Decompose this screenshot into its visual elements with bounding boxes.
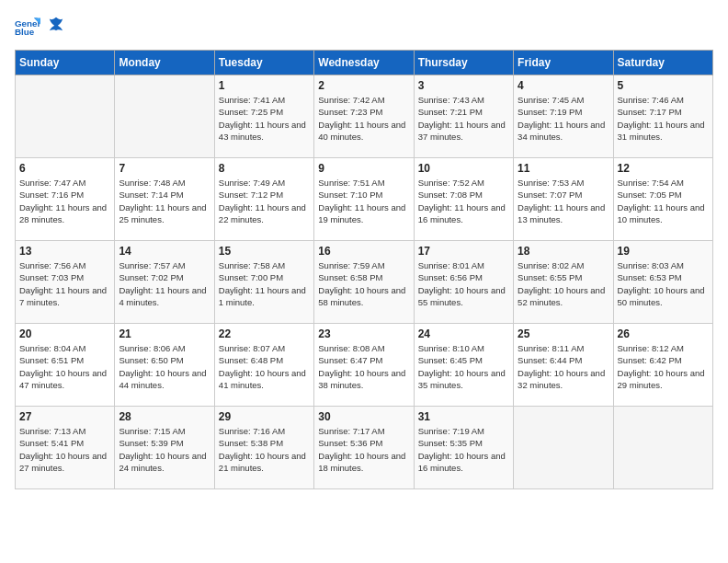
calendar-cell: 24Sunrise: 8:10 AMSunset: 6:45 PMDayligh… <box>414 324 513 407</box>
sunrise-text: Sunrise: 7:19 AM <box>418 425 509 437</box>
day-number: 14 <box>119 245 210 258</box>
day-number: 3 <box>418 79 509 92</box>
calendar-cell: 19Sunrise: 8:03 AMSunset: 6:53 PMDayligh… <box>613 241 712 324</box>
day-detail: Sunrise: 8:10 AMSunset: 6:45 PMDaylight:… <box>418 342 509 391</box>
calendar-cell: 4Sunrise: 7:45 AMSunset: 7:19 PMDaylight… <box>514 75 613 158</box>
calendar-cell: 1Sunrise: 7:41 AMSunset: 7:25 PMDaylight… <box>214 75 313 158</box>
day-detail: Sunrise: 7:53 AMSunset: 7:07 PMDaylight:… <box>518 177 609 225</box>
sunrise-text: Sunrise: 7:41 AM <box>219 94 310 106</box>
calendar-cell: 25Sunrise: 8:11 AMSunset: 6:44 PMDayligh… <box>514 324 613 407</box>
day-detail: Sunrise: 8:02 AMSunset: 6:55 PMDaylight:… <box>518 259 609 308</box>
calendar-cell: 23Sunrise: 8:08 AMSunset: 6:47 PMDayligh… <box>314 324 414 407</box>
sunset-text: Sunset: 6:55 PM <box>518 271 609 283</box>
day-detail: Sunrise: 8:12 AMSunset: 6:42 PMDaylight:… <box>618 342 709 391</box>
calendar-cell: 22Sunrise: 8:07 AMSunset: 6:48 PMDayligh… <box>214 324 313 407</box>
sunset-text: Sunset: 7:17 PM <box>618 106 709 118</box>
daylight-text: Daylight: 11 hours and 43 minutes. <box>219 119 310 144</box>
daylight-text: Daylight: 10 hours and 18 minutes. <box>318 450 409 475</box>
daylight-text: Daylight: 11 hours and 25 minutes. <box>119 201 210 226</box>
sunrise-text: Sunrise: 7:56 AM <box>19 259 110 271</box>
calendar-cell: 16Sunrise: 7:59 AMSunset: 6:58 PMDayligh… <box>314 241 414 324</box>
daylight-text: Daylight: 11 hours and 28 minutes. <box>19 201 110 226</box>
daylight-text: Daylight: 11 hours and 40 minutes. <box>318 119 409 144</box>
day-detail: Sunrise: 7:54 AMSunset: 7:05 PMDaylight:… <box>618 177 709 225</box>
page-header: General Blue <box>15 15 713 40</box>
calendar-cell: 31Sunrise: 7:19 AMSunset: 5:35 PMDayligh… <box>414 407 513 489</box>
daylight-text: Daylight: 10 hours and 50 minutes. <box>618 284 709 309</box>
sunset-text: Sunset: 5:36 PM <box>318 437 409 449</box>
sunset-text: Sunset: 5:39 PM <box>119 437 210 449</box>
day-detail: Sunrise: 7:52 AMSunset: 7:08 PMDaylight:… <box>418 177 509 225</box>
day-number: 11 <box>518 162 609 175</box>
daylight-text: Daylight: 11 hours and 4 minutes. <box>119 284 210 309</box>
day-number: 2 <box>318 79 409 92</box>
sunrise-text: Sunrise: 7:47 AM <box>19 177 110 189</box>
day-detail: Sunrise: 7:49 AMSunset: 7:12 PMDaylight:… <box>219 177 310 225</box>
sunrise-text: Sunrise: 7:43 AM <box>418 94 509 106</box>
daylight-text: Daylight: 11 hours and 31 minutes. <box>618 119 709 144</box>
daylight-text: Daylight: 10 hours and 29 minutes. <box>618 367 709 392</box>
sunset-text: Sunset: 6:58 PM <box>318 271 409 283</box>
calendar-cell: 17Sunrise: 8:01 AMSunset: 6:56 PMDayligh… <box>414 241 513 324</box>
sunrise-text: Sunrise: 8:11 AM <box>518 342 609 354</box>
calendar-cell: 21Sunrise: 8:06 AMSunset: 6:50 PMDayligh… <box>115 324 214 407</box>
daylight-text: Daylight: 10 hours and 27 minutes. <box>19 450 110 475</box>
calendar-cell: 28Sunrise: 7:15 AMSunset: 5:39 PMDayligh… <box>115 407 214 489</box>
day-number: 30 <box>318 410 409 423</box>
day-number: 31 <box>418 410 509 423</box>
calendar-cell: 7Sunrise: 7:48 AMSunset: 7:14 PMDaylight… <box>115 158 214 241</box>
day-detail: Sunrise: 7:43 AMSunset: 7:21 PMDaylight:… <box>418 94 509 143</box>
daylight-text: Daylight: 11 hours and 37 minutes. <box>418 119 509 144</box>
daylight-text: Daylight: 10 hours and 38 minutes. <box>318 367 409 392</box>
day-detail: Sunrise: 7:17 AMSunset: 5:36 PMDaylight:… <box>318 425 409 474</box>
sunrise-text: Sunrise: 8:07 AM <box>219 342 310 354</box>
calendar-week-row: 1Sunrise: 7:41 AMSunset: 7:25 PMDaylight… <box>16 75 713 158</box>
daylight-text: Daylight: 10 hours and 55 minutes. <box>418 284 509 309</box>
sunrise-text: Sunrise: 7:54 AM <box>618 177 709 189</box>
day-number: 25 <box>518 327 609 340</box>
sunset-text: Sunset: 6:47 PM <box>318 354 409 366</box>
calendar-body: 1Sunrise: 7:41 AMSunset: 7:25 PMDaylight… <box>16 75 713 489</box>
sunrise-text: Sunrise: 7:58 AM <box>219 259 310 271</box>
sunrise-text: Sunrise: 7:57 AM <box>119 259 210 271</box>
daylight-text: Daylight: 11 hours and 13 minutes. <box>518 201 609 226</box>
calendar-cell: 20Sunrise: 8:04 AMSunset: 6:51 PMDayligh… <box>16 324 115 407</box>
day-number: 6 <box>19 162 110 175</box>
day-number: 23 <box>318 327 409 340</box>
sunrise-text: Sunrise: 7:49 AM <box>219 177 310 189</box>
day-number: 1 <box>219 79 310 92</box>
sunset-text: Sunset: 7:16 PM <box>19 189 110 201</box>
day-detail: Sunrise: 7:19 AMSunset: 5:35 PMDaylight:… <box>418 425 509 474</box>
svg-text:Blue: Blue <box>15 27 35 37</box>
sunrise-text: Sunrise: 7:51 AM <box>318 177 409 189</box>
day-detail: Sunrise: 7:13 AMSunset: 5:41 PMDaylight:… <box>19 425 110 474</box>
calendar-cell <box>115 75 214 158</box>
day-detail: Sunrise: 8:06 AMSunset: 6:50 PMDaylight:… <box>119 342 210 391</box>
calendar-cell: 8Sunrise: 7:49 AMSunset: 7:12 PMDaylight… <box>214 158 313 241</box>
sunset-text: Sunset: 7:02 PM <box>119 271 210 283</box>
calendar-table: SundayMondayTuesdayWednesdayThursdayFrid… <box>15 50 713 489</box>
day-detail: Sunrise: 8:03 AMSunset: 6:53 PMDaylight:… <box>618 259 709 308</box>
sunrise-text: Sunrise: 8:01 AM <box>418 259 509 271</box>
day-number: 19 <box>618 245 709 258</box>
daylight-text: Daylight: 11 hours and 1 minute. <box>219 284 310 309</box>
sunrise-text: Sunrise: 7:52 AM <box>418 177 509 189</box>
daylight-text: Daylight: 10 hours and 47 minutes. <box>19 367 110 392</box>
sunset-text: Sunset: 6:51 PM <box>19 354 110 366</box>
sunset-text: Sunset: 7:23 PM <box>318 106 409 118</box>
day-detail: Sunrise: 7:45 AMSunset: 7:19 PMDaylight:… <box>518 94 609 143</box>
daylight-text: Daylight: 10 hours and 16 minutes. <box>418 450 509 475</box>
sunrise-text: Sunrise: 7:16 AM <box>219 425 310 437</box>
daylight-text: Daylight: 10 hours and 21 minutes. <box>219 450 310 475</box>
calendar-cell: 18Sunrise: 8:02 AMSunset: 6:55 PMDayligh… <box>514 241 613 324</box>
calendar-cell: 9Sunrise: 7:51 AMSunset: 7:10 PMDaylight… <box>314 158 414 241</box>
sunrise-text: Sunrise: 8:03 AM <box>618 259 709 271</box>
calendar-cell: 27Sunrise: 7:13 AMSunset: 5:41 PMDayligh… <box>16 407 115 489</box>
day-number: 27 <box>19 410 110 423</box>
calendar-cell: 2Sunrise: 7:42 AMSunset: 7:23 PMDaylight… <box>314 75 414 158</box>
day-number: 8 <box>219 162 310 175</box>
sunset-text: Sunset: 7:21 PM <box>418 106 509 118</box>
day-detail: Sunrise: 8:04 AMSunset: 6:51 PMDaylight:… <box>19 342 110 391</box>
daylight-text: Daylight: 11 hours and 16 minutes. <box>418 201 509 226</box>
sunset-text: Sunset: 6:56 PM <box>418 271 509 283</box>
